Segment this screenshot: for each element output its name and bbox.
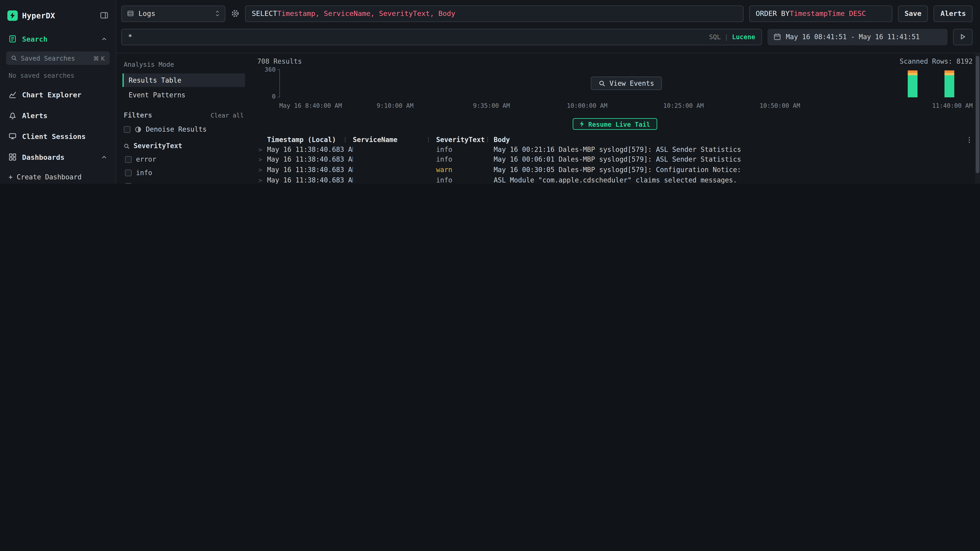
sidebar-item-label: Search [22,35,48,43]
severity-facet-label: SeverityText [134,142,182,150]
col-servicename[interactable]: ServiceName⋮ [353,136,436,144]
denoise-icon [135,126,142,133]
facet-option-label: trace [136,183,156,184]
col-body[interactable]: Body [494,136,964,144]
table-row[interactable]: > May 16 11:38:40.683 AM info ASL Module… [257,175,973,184]
mode-event-patterns[interactable]: Event Patterns [123,88,245,102]
sidebar-item-label: Client Sessions [22,132,86,141]
sql-mode-button[interactable]: SQL [709,33,721,40]
scanned-rows: Scanned Rows: 8192 [900,57,973,65]
column-grip-icon[interactable]: ⋮ [342,137,348,143]
table-header: Timestamp (Local)⋮ ServiceName⋮ Severity… [257,135,973,144]
resume-live-tail-button[interactable]: Resume Live Tail [573,118,657,130]
main-area: Logs SELECT Timestamp, ServiceName, Seve… [116,0,980,184]
sidebar: HyperDX Search Saved Searches ⌘ K [0,0,116,184]
sidebar-item-alerts[interactable]: Alerts [0,110,116,121]
monitor-icon [9,132,16,140]
alerts-button[interactable]: Alerts [934,5,973,22]
cell-severity: info [436,176,494,184]
search-icon[interactable] [124,143,130,149]
mode-divider: | [724,33,728,40]
table-options-kebab-icon[interactable]: ⋮ [964,136,973,144]
cell-body: May 16 00:30:05 Dales-MBP syslogd[579]: … [494,166,964,174]
sidebar-item-chart-explorer[interactable]: Chart Explorer [0,89,116,100]
dashboards-grid-icon [9,153,16,161]
source-settings-gear-icon[interactable] [231,9,240,18]
date-range-picker[interactable]: May 16 08:41:51 - May 16 11:41:51 [767,29,948,45]
column-grip-icon[interactable]: ⋮ [426,137,431,143]
view-events-label: View Events [609,79,654,87]
expand-chevron-icon[interactable]: > [257,146,267,153]
x-axis-tick: 11:40:00 AM [932,102,973,109]
sidebar-item-label: Dashboards [22,153,65,162]
x-axis-tick: 10:25:00 AM [663,102,704,109]
column-grip-icon[interactable]: ⋮ [485,137,490,143]
cell-timestamp: May 16 11:38:40.683 AM [267,176,353,184]
results-header: 708 Results Scanned Rows: 8192 [257,57,973,65]
lucene-mode-button[interactable]: Lucene [732,33,755,40]
denoise-toggle[interactable]: Denoise Results [124,125,244,133]
col-timestamp[interactable]: Timestamp (Local)⋮ [267,136,353,144]
orderby-keyword: ORDER BY [756,9,789,18]
col-severitytext[interactable]: SeverityText⋮ [436,136,494,144]
denoise-label: Denoise Results [146,125,207,133]
y-axis-tick: 0 [257,93,275,100]
x-axis-tick: 9:35:00 AM [473,102,510,109]
query-row: Logs SELECT Timestamp, ServiceName, Seve… [121,5,973,22]
facet-checkbox[interactable] [125,156,132,163]
sidebar-nav: Search Saved Searches ⌘ K No saved searc… [0,23,116,184]
sidebar-collapse-icon[interactable] [100,11,108,20]
source-select[interactable]: Logs [121,5,225,22]
order-by-input[interactable]: ORDER BY TimestampTime DESC [749,5,892,22]
filters-label: Filters [124,111,152,119]
sidebar-item-client-sessions[interactable]: Client Sessions [0,131,116,141]
facet-checkbox[interactable] [125,170,132,176]
table-row[interactable]: > May 16 11:38:40.683 AM warn May 16 00:… [257,165,973,175]
chart-plot[interactable]: View Events [279,69,973,97]
cell-severity: info [436,146,494,154]
clear-all-link[interactable]: Clear all [210,112,244,119]
cell-severity: info [436,156,494,164]
facet-option[interactable]: info [125,168,244,178]
table-row[interactable]: > May 16 11:38:40.683 AM info May 16 00:… [257,144,973,155]
scrollbar-thumb[interactable] [976,56,979,173]
cell-timestamp: May 16 11:38:40.683 AM [267,156,353,164]
saved-searches-input[interactable]: Saved Searches ⌘ K [6,51,110,65]
sidebar-item-search[interactable]: Search [0,34,116,44]
histogram-bar[interactable] [944,69,954,97]
bell-icon [9,111,16,119]
lightning-icon [580,121,584,127]
resume-live-tail-label: Resume Live Tail [588,121,650,128]
create-dashboard-button[interactable]: + Create Dashboard [0,173,116,181]
y-axis-tick: 360 [257,66,275,73]
chevron-up-icon[interactable] [101,154,107,160]
table-row[interactable]: > May 16 11:38:40.683 AM info May 16 00:… [257,155,973,165]
chevron-up-icon[interactable] [101,36,107,42]
app-root: HyperDX Search Saved Searches ⌘ K [0,0,980,184]
search-query-input[interactable]: * SQL | Lucene [121,29,762,45]
brand-title: HyperDX [22,11,55,20]
select-columns-input[interactable]: SELECT Timestamp, ServiceName, SeverityT… [245,5,743,22]
events-histogram: 360 0 View Events May 16 8:40:00 AM9:10:… [257,68,973,110]
sidebar-item-label: Chart Explorer [22,91,81,99]
analysis-mode-label: Analysis Mode [124,60,245,68]
select-arrows-icon [215,10,220,17]
facet-checkbox[interactable] [125,183,132,184]
sidebar-item-dashboards[interactable]: Dashboards [0,152,116,162]
save-button[interactable]: Save [898,5,928,22]
sql-keyword: SELECT [252,9,277,18]
facet-option[interactable]: error [125,154,244,165]
denoise-checkbox[interactable] [124,126,130,133]
mode-results-table[interactable]: Results Table [123,73,245,87]
results-scrollbar[interactable] [975,53,980,184]
expand-chevron-icon[interactable]: > [257,167,267,173]
content: Analysis Mode Results Table Event Patter… [116,53,980,184]
run-query-button[interactable] [953,29,973,45]
facet-option[interactable]: trace [125,181,244,184]
expand-chevron-icon[interactable]: > [257,177,267,183]
expand-chevron-icon[interactable]: > [257,156,267,163]
results-section: 708 Results Scanned Rows: 8192 360 0 Vie… [252,53,980,184]
view-events-button[interactable]: View Events [590,76,662,90]
histogram-bar[interactable] [907,69,917,97]
calendar-icon [773,33,781,40]
